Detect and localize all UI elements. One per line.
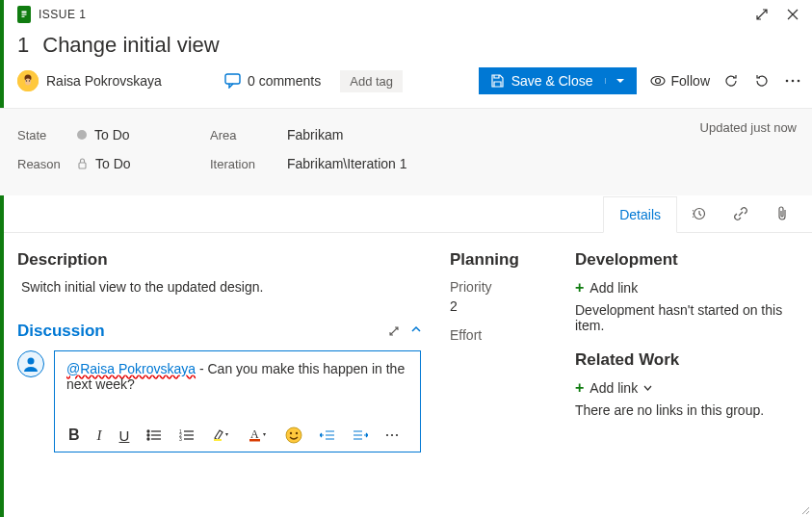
development-heading: Development: [575, 250, 797, 270]
discussion-heading: Discussion: [17, 322, 105, 341]
updated-text: Updated just now: [700, 120, 797, 135]
discussion-expand-icon[interactable]: [388, 325, 400, 337]
add-link-label: Add link: [589, 280, 638, 296]
svg-rect-24: [214, 439, 222, 441]
svg-point-19: [147, 434, 149, 436]
reason-label: Reason: [17, 157, 77, 171]
italic-button[interactable]: I: [97, 427, 102, 444]
plus-icon: +: [575, 279, 584, 297]
svg-rect-9: [225, 74, 240, 84]
expand-icon[interactable]: [754, 7, 770, 22]
svg-point-6: [25, 79, 31, 86]
discussion-avatar: [17, 350, 44, 377]
close-icon[interactable]: [785, 7, 800, 22]
highlight-button[interactable]: [212, 428, 231, 442]
svg-point-29: [296, 432, 298, 434]
description-body[interactable]: Switch initial view to the updated desig…: [17, 279, 421, 295]
priority-label: Priority: [450, 279, 546, 295]
svg-rect-26: [249, 439, 260, 442]
issue-type-icon: [17, 6, 31, 23]
priority-value[interactable]: 2: [450, 298, 546, 314]
underline-button[interactable]: U: [119, 427, 130, 444]
svg-point-11: [655, 79, 660, 84]
svg-rect-1: [22, 12, 27, 13]
effort-label: Effort: [450, 327, 546, 343]
svg-point-28: [290, 432, 292, 434]
add-tag-button[interactable]: Add tag: [340, 70, 403, 92]
save-label: Save & Close: [511, 73, 593, 89]
follow-label: Follow: [671, 73, 710, 89]
tab-attachments-icon[interactable]: [762, 195, 802, 232]
state-label: State: [17, 128, 77, 142]
refresh-icon[interactable]: [723, 73, 739, 89]
svg-point-17: [28, 358, 35, 365]
font-color-button[interactable]: A: [249, 428, 268, 442]
tab-history-icon[interactable]: [677, 195, 720, 232]
revert-icon[interactable]: [754, 73, 770, 89]
tab-links-icon[interactable]: [720, 195, 762, 232]
development-add-link[interactable]: + Add link: [575, 279, 797, 297]
comments-label: 0 comments: [248, 73, 321, 89]
resize-handle-icon[interactable]: [799, 504, 810, 515]
planning-heading: Planning: [450, 250, 546, 270]
plus-icon: +: [575, 379, 584, 397]
discussion-editor[interactable]: @Raisa Pokrovskaya - Can you make this h…: [54, 350, 421, 452]
emoji-button[interactable]: [285, 427, 302, 444]
svg-point-7: [26, 80, 27, 81]
add-link-label: Add link: [589, 380, 638, 396]
related-help: There are no links in this group.: [575, 402, 797, 418]
bullet-list-button[interactable]: [146, 428, 162, 442]
svg-point-31: [391, 434, 393, 436]
svg-point-20: [147, 438, 149, 440]
svg-point-10: [651, 77, 665, 86]
reason-value: To Do: [95, 156, 131, 171]
more-icon[interactable]: [785, 73, 800, 89]
related-heading: Related Work: [575, 350, 797, 370]
svg-point-13: [792, 80, 795, 83]
svg-point-18: [147, 430, 149, 432]
description-heading: Description: [17, 250, 421, 270]
svg-rect-15: [79, 163, 86, 168]
issue-type-label: ISSUE 1: [39, 8, 87, 21]
follow-button[interactable]: Follow: [650, 73, 710, 89]
state-dot-icon: [77, 130, 87, 140]
svg-rect-3: [22, 16, 25, 17]
issue-title[interactable]: Change initial view: [42, 33, 219, 58]
toolbar-more-button[interactable]: [385, 433, 399, 437]
lock-icon: [77, 158, 88, 169]
discussion-collapse-icon[interactable]: [411, 325, 421, 337]
assignee-name: Raisa Pokrovskaya: [46, 73, 162, 89]
svg-point-14: [798, 80, 800, 83]
tab-details[interactable]: Details: [603, 196, 677, 233]
number-list-button[interactable]: 123: [179, 428, 195, 442]
svg-point-32: [396, 434, 398, 436]
save-dropdown-icon[interactable]: [605, 78, 625, 84]
indent-button[interactable]: [353, 429, 368, 441]
comments-button[interactable]: 0 comments: [224, 73, 321, 89]
bold-button[interactable]: B: [68, 427, 80, 444]
area-value[interactable]: Fabrikam: [287, 127, 343, 142]
svg-rect-2: [22, 14, 27, 15]
area-label: Area: [210, 128, 287, 142]
development-help: Development hasn't started on this item.: [575, 302, 797, 333]
assignee-field[interactable]: Raisa Pokrovskaya: [17, 70, 224, 91]
state-value: To Do: [94, 127, 130, 142]
issue-id: 1: [17, 33, 29, 58]
outdent-button[interactable]: [320, 429, 335, 441]
chevron-down-icon: [643, 385, 652, 391]
svg-point-8: [29, 80, 30, 81]
save-close-button[interactable]: Save & Close: [479, 67, 637, 94]
avatar: [17, 70, 39, 91]
mention[interactable]: @Raisa Pokrovskaya: [66, 361, 196, 376]
related-add-link[interactable]: + Add link: [575, 379, 797, 397]
state-field[interactable]: To Do: [77, 127, 130, 142]
reason-field[interactable]: To Do: [77, 156, 131, 171]
svg-point-12: [786, 80, 789, 83]
iteration-label: Iteration: [210, 157, 287, 171]
svg-point-30: [386, 434, 388, 436]
svg-point-27: [286, 427, 301, 443]
iteration-value[interactable]: Fabrikam\Iteration 1: [287, 156, 407, 171]
svg-text:3: 3: [179, 436, 182, 442]
